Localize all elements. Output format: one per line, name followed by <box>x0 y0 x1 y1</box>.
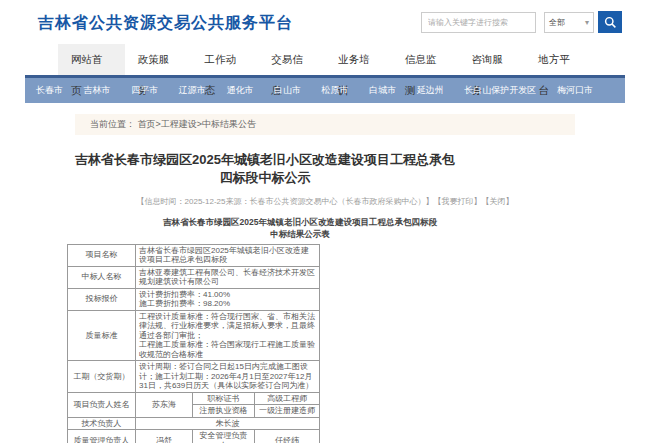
breadcrumb-home[interactable]: 首页 <box>138 119 156 129</box>
city-link-yanbian[interactable]: 延边州 <box>417 84 444 97</box>
quality-standard-label: 质量标准 <box>68 310 136 361</box>
site-title: 吉林省公共资源交易公共服务平台 <box>38 13 293 34</box>
city-link-baicheng[interactable]: 白城市 <box>369 84 396 97</box>
project-name-label: 项目名称 <box>68 244 136 266</box>
search-icon <box>604 16 617 29</box>
breadcrumb: 当前位置： 首页>工程建设>中标结果公告 <box>75 114 575 135</box>
design-quality-standard: 工程设计质量标准：符合现行国家、省、市相关法律法规、行业标准要求，满足招标人要求… <box>139 312 316 341</box>
page-title: 吉林省长春市绿园区2025年城镇老旧小区改造建设项目工程总承包四标段中标公示 <box>75 151 455 187</box>
site-header: 吉林省公共资源交易公共服务平台 全部 ▾ <box>25 0 625 44</box>
winner-name-label: 中标人名称 <box>68 266 136 288</box>
table-row: 投标报价 设计费折扣费率：41.00% 施工费折扣费率：98.20% <box>68 288 320 310</box>
page-content: 吉林省公共资源交易公共服务平台 全部 ▾ 网站首页 政策服务 工作动态 交易信息… <box>25 0 625 443</box>
close-button[interactable]: 【关闭】 <box>481 197 513 206</box>
title-cert-value: 高级工程师 <box>255 392 320 405</box>
design-fee-rate: 设计费折扣费率：41.00% <box>139 290 316 300</box>
tech-lead-label: 技术负责人 <box>68 417 136 430</box>
table-title-line1: 吉林省长春市绿园区2025年城镇老旧小区改造建设项目工程总承包四标段 <box>75 216 525 228</box>
nav-tab-trade[interactable]: 交易信息 <box>258 44 325 75</box>
main-nav: 网站首页 政策服务 工作动态 交易信息 业务培训 信息监测 咨询服务 地方平台 <box>25 44 625 78</box>
announcement-table: 项目名称 吉林省长春市绿园区2025年城镇老旧小区改造建设项目工程总承包四标段 … <box>67 244 320 443</box>
city-link-meihekou[interactable]: 梅河口市 <box>557 84 593 97</box>
nav-tab-policy[interactable]: 政策服务 <box>125 44 192 75</box>
nav-tab-training[interactable]: 业务培训 <box>325 44 392 75</box>
city-bar: 长春市 吉林市 四平市 辽源市 通化市 白山市 松原市 白城市 延边州 长白山保… <box>25 78 625 103</box>
chevron-down-icon: ▾ <box>585 18 589 27</box>
city-link-siping[interactable]: 四平市 <box>131 84 158 97</box>
table-row: 中标人名称 吉林亚泰建筑工程有限公司、长春经济技术开发区规划建筑设计有限公司 <box>68 266 320 288</box>
table-row: 工期（交货期） 设计周期：签订合同之日起15日内完成施工图设计；施工计划工期：2… <box>68 361 320 393</box>
construction-fee-rate: 施工费折扣费率：98.20% <box>139 299 316 309</box>
search-input[interactable] <box>421 12 536 33</box>
table-row: 项目名称 吉林省长春市绿园区2025年城镇老旧小区改造建设项目工程总承包四标段 <box>68 244 320 266</box>
safety-manager-name: 任经纬 <box>255 430 320 443</box>
registration-value: 一级注册建造师 <box>255 405 320 418</box>
print-button[interactable]: 【我要打印】 <box>433 197 481 206</box>
article-meta: 【信息时间：2025-12-25来源：长春市公共资源交易中心（长春市政府采购中心… <box>75 196 575 207</box>
meta-info: 【信息时间：2025-12-25来源：长春市公共资源交易中心（长春市政府采购中心… <box>137 197 434 206</box>
city-link-songyuan[interactable]: 松原市 <box>322 84 349 97</box>
project-name-value: 吉林省长春市绿园区2025年城镇老旧小区改造建设项目工程总承包四标段 <box>136 244 320 266</box>
bid-price-value: 设计费折扣费率：41.00% 施工费折扣费率：98.20% <box>136 288 320 310</box>
construction-quality-standard: 工程施工质量标准：符合国家现行工程施工质量验收规范的合格标准 <box>139 340 316 359</box>
table-title-line2: 中标结果公示表 <box>75 228 525 240</box>
project-manager-label: 项目负责人姓名 <box>68 392 136 417</box>
quality-manager-name: 冯舒 <box>136 430 193 443</box>
search-area: 全部 ▾ <box>421 11 622 33</box>
table-row: 质量标准 工程设计质量标准：符合现行国家、省、市相关法律法规、行业标准要求，满足… <box>68 310 320 361</box>
duration-label: 工期（交货期） <box>68 361 136 393</box>
city-link-jilin[interactable]: 吉林市 <box>84 84 111 97</box>
tech-lead-name: 朱长波 <box>136 417 320 430</box>
nav-tab-work[interactable]: 工作动态 <box>192 44 259 75</box>
breadcrumb-current[interactable]: 中标结果公告 <box>202 119 256 129</box>
nav-tab-consult[interactable]: 咨询服务 <box>459 44 526 75</box>
table-row: 技术负责人 朱长波 <box>68 417 320 430</box>
article: 吉林省长春市绿园区2025年城镇老旧小区改造建设项目工程总承包四标段中标公示 【… <box>75 151 575 443</box>
bid-price-label: 投标报价 <box>68 288 136 310</box>
search-category-select[interactable]: 全部 ▾ <box>544 12 594 33</box>
nav-tab-local[interactable]: 地方平台 <box>525 44 592 75</box>
city-link-tonghua[interactable]: 通化市 <box>226 84 253 97</box>
search-button[interactable] <box>598 11 622 33</box>
nav-tab-monitor[interactable]: 信息监测 <box>392 44 459 75</box>
city-link-changchun[interactable]: 长春市 <box>36 84 63 97</box>
search-category-value: 全部 <box>549 17 565 28</box>
table-row: 项目负责人姓名 苏东海 职称证书 高级工程师 <box>68 392 320 405</box>
city-link-changbaishan[interactable]: 长白山保护开发区 <box>464 84 536 97</box>
breadcrumb-label: 当前位置： <box>90 119 135 129</box>
winner-name-value: 吉林亚泰建筑工程有限公司、长春经济技术开发区规划建筑设计有限公司 <box>136 266 320 288</box>
breadcrumb-section[interactable]: 工程建设 <box>161 119 197 129</box>
city-link-liaoyuan[interactable]: 辽源市 <box>179 84 206 97</box>
city-link-baishan[interactable]: 白山市 <box>274 84 301 97</box>
table-row: 质量管理负责人 冯舒 安全管理负责人 任经纬 <box>68 430 320 443</box>
registration-label: 注册执业资格 <box>193 405 255 418</box>
nav-tab-home[interactable]: 网站首页 <box>58 44 125 75</box>
duration-value: 设计周期：签订合同之日起15日内完成施工图设计；施工计划工期：2026年4月1日… <box>136 361 320 393</box>
table-title: 吉林省长春市绿园区2025年城镇老旧小区改造建设项目工程总承包四标段 中标结果公… <box>75 216 525 241</box>
quality-standard-value: 工程设计质量标准：符合现行国家、省、市相关法律法规、行业标准要求，满足招标人要求… <box>136 310 320 361</box>
quality-manager-label: 质量管理负责人 <box>68 430 136 443</box>
project-manager-name: 苏东海 <box>136 392 193 417</box>
title-cert-label: 职称证书 <box>193 392 255 405</box>
safety-manager-label: 安全管理负责人 <box>193 430 255 443</box>
